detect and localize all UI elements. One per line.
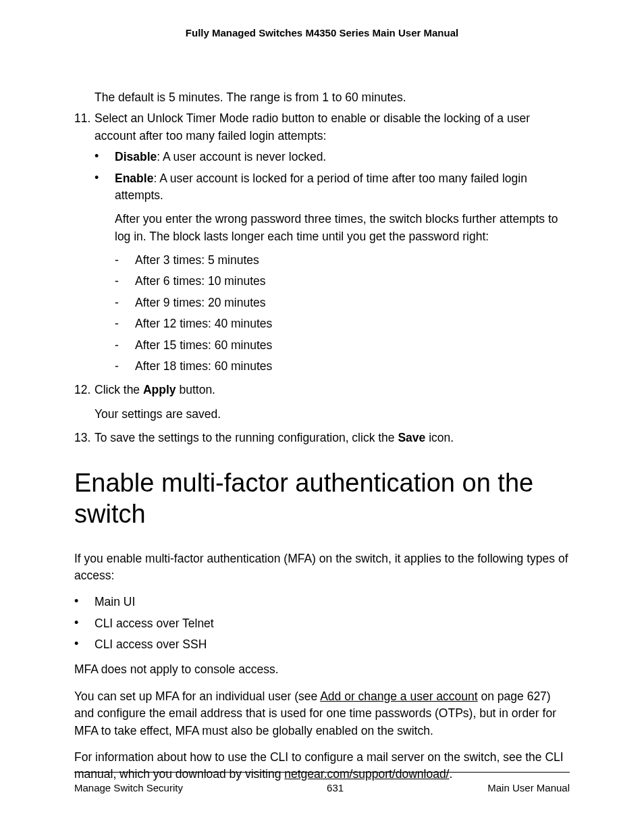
dash-text: After 15 times: 60 minutes	[135, 337, 570, 354]
enable-text: : A user account is locked for a period …	[115, 172, 527, 202]
mfa-bullet: • CLI access over SSH	[74, 636, 570, 653]
mfa-intro: If you enable multi-factor authenticatio…	[74, 550, 570, 585]
bullet-disable: • Disable: A user account is never locke…	[95, 149, 570, 165]
mfa-setup: You can set up MFA for an individual use…	[74, 688, 570, 739]
step12-post: button.	[176, 383, 215, 396]
step13-post: icon.	[425, 431, 454, 444]
dash-icon: -	[115, 358, 135, 375]
step-text: Select an Unlock Timer Mode radio button…	[95, 110, 570, 145]
page-footer: Manage Switch Security 631 Main User Man…	[74, 772, 570, 793]
body-content: The default is 5 minutes. The range is f…	[74, 89, 570, 783]
disable-text: : A user account is never locked.	[157, 150, 326, 163]
step12-result: Your settings are saved.	[95, 406, 570, 423]
dash-item: - After 6 times: 10 minutes	[115, 273, 570, 290]
save-bold: Save	[398, 431, 425, 444]
step13-pre: To save the settings to the running conf…	[95, 431, 398, 444]
step-text: Click the Apply button.	[95, 382, 570, 398]
mfa-bullet: • CLI access over Telnet	[74, 615, 570, 632]
dash-item: - After 9 times: 20 minutes	[115, 294, 570, 311]
dash-text: After 12 times: 40 minutes	[135, 315, 570, 332]
bullet-icon: •	[74, 636, 95, 653]
dash-item: - After 15 times: 60 minutes	[115, 337, 570, 354]
bullet-text: CLI access over SSH	[95, 636, 570, 653]
dash-item: - After 3 times: 5 minutes	[115, 252, 570, 269]
enable-paragraph: After you enter the wrong password three…	[115, 211, 570, 245]
bullet-text: Enable: A user account is locked for a p…	[115, 170, 570, 205]
footer-page-number: 631	[327, 782, 344, 793]
mfa-setup-pre: You can set up MFA for an individual use…	[74, 689, 320, 703]
add-user-link[interactable]: Add or change a user account	[320, 689, 478, 703]
dash-text: After 9 times: 20 minutes	[135, 294, 570, 311]
page-header-title: Fully Managed Switches M4350 Series Main…	[74, 27, 570, 38]
dash-text: After 3 times: 5 minutes	[135, 252, 570, 269]
step-12: 12. Click the Apply button.	[74, 382, 570, 398]
bullet-icon: •	[95, 170, 115, 205]
enable-label: Enable	[115, 172, 153, 185]
bullet-text: Main UI	[95, 594, 570, 610]
bullet-icon: •	[74, 594, 95, 610]
dash-text: After 18 times: 60 minutes	[135, 358, 570, 375]
bullet-text: Disable: A user account is never locked.	[115, 149, 570, 165]
step-number: 11.	[74, 110, 95, 145]
step-number: 12.	[74, 382, 95, 398]
dash-icon: -	[115, 315, 135, 332]
bullet-icon: •	[74, 615, 95, 632]
dash-item: - After 12 times: 40 minutes	[115, 315, 570, 332]
step-11: 11. Select an Unlock Timer Mode radio bu…	[74, 110, 570, 145]
step-number: 13.	[74, 429, 95, 446]
apply-bold: Apply	[143, 383, 176, 396]
step-13: 13. To save the settings to the running …	[74, 429, 570, 446]
bullet-icon: •	[95, 149, 115, 165]
bullet-enable: • Enable: A user account is locked for a…	[95, 170, 570, 205]
step-text: To save the settings to the running conf…	[95, 429, 570, 446]
dash-icon: -	[115, 337, 135, 354]
intro-line: The default is 5 minutes. The range is f…	[95, 89, 570, 106]
mfa-console: MFA does not apply to console access.	[74, 661, 570, 678]
dash-icon: -	[115, 273, 135, 290]
dash-icon: -	[115, 252, 135, 269]
disable-label: Disable	[115, 150, 157, 163]
section-heading: Enable multi-factor authentication on th…	[74, 468, 570, 529]
mfa-bullet: • Main UI	[74, 594, 570, 610]
footer-right: Main User Manual	[487, 782, 570, 793]
bullet-text: CLI access over Telnet	[95, 615, 570, 632]
step12-pre: Click the	[95, 383, 143, 396]
dash-item: - After 18 times: 60 minutes	[115, 358, 570, 375]
footer-left: Manage Switch Security	[74, 782, 183, 793]
dash-text: After 6 times: 10 minutes	[135, 273, 570, 290]
dash-icon: -	[115, 294, 135, 311]
